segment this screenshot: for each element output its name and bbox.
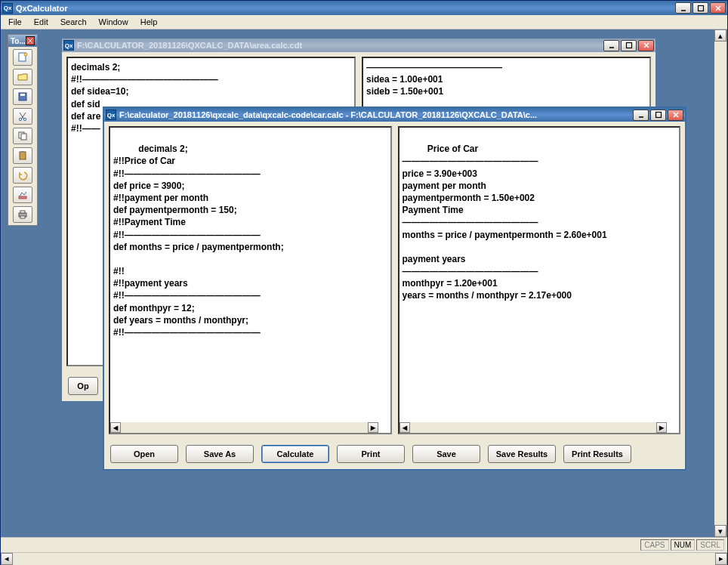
menu-help[interactable]: Help [136, 16, 162, 28]
child1-close-button[interactable] [638, 40, 654, 51]
svg-rect-15 [21, 134, 26, 140]
num-indicator: NUM [671, 539, 696, 551]
maximize-button[interactable] [693, 2, 708, 14]
app-icon: Qx [2, 3, 13, 14]
scroll-right-icon[interactable]: ▸ [715, 553, 727, 565]
menu-search[interactable]: Search [56, 16, 91, 28]
svg-rect-27 [656, 113, 661, 118]
child-window-car: Qx F:\calculator_20181126\qxcalc_data\qx… [103, 107, 686, 471]
child2-minimize-button[interactable] [633, 110, 649, 121]
print-results-button[interactable]: Print Results [563, 445, 631, 463]
child2-title: F:\calculator_20181126\qxcalc_data\qxcal… [119, 110, 633, 119]
main-window: Qx QxCalculator File Edit Search Window … [0, 0, 728, 565]
save-results-button[interactable]: Save Results [488, 445, 556, 463]
scroll-left-icon[interactable]: ◂ [110, 422, 121, 433]
scroll-track[interactable] [714, 42, 726, 525]
tool-cut-icon[interactable] [13, 108, 32, 125]
child1-titlebar[interactable]: Qx F:\CALCULATOR_20181126\QXCALC_DATA\ar… [62, 39, 656, 52]
scroll-right-icon[interactable]: ▸ [656, 422, 667, 433]
doc-icon: Qx [106, 110, 116, 120]
child1-maximize-button[interactable] [621, 40, 637, 51]
child1-minimize-button[interactable] [603, 40, 619, 51]
menubar: File Edit Search Window Help [1, 15, 727, 29]
caps-indicator: CAPS [640, 539, 668, 551]
svg-rect-18 [19, 196, 26, 199]
child2-source-editor[interactable]: decimals 2; #!!Price of Car #!!—————————… [109, 126, 392, 434]
source-text: decimals 2; #!!Price of Car #!!—————————… [113, 144, 284, 338]
tool-paste-icon[interactable] [13, 147, 32, 164]
child1-open-button[interactable]: Op [68, 377, 98, 395]
child2-maximize-button[interactable] [650, 110, 666, 121]
menu-file[interactable]: File [4, 16, 26, 28]
scroll-left-icon[interactable]: ◂ [399, 422, 410, 433]
statusbar: CAPS NUM SCRL [1, 537, 727, 552]
results-text: Price of Car ——————————————— price = 3.9… [403, 144, 607, 301]
svg-rect-1 [698, 5, 703, 11]
scroll-down-icon[interactable]: ▾ [714, 525, 726, 537]
child1-title: F:\CALCULATOR_20181126\QXCALC_DATA\area.… [77, 41, 603, 50]
tool-copy-icon[interactable] [13, 128, 32, 144]
menu-edit[interactable]: Edit [29, 16, 53, 28]
app-title: QxCalculator [16, 4, 675, 13]
save-button[interactable]: Save [412, 445, 480, 463]
tool-save-icon[interactable] [13, 88, 32, 105]
save-as-button[interactable]: Save As [186, 445, 254, 463]
svg-rect-20 [20, 211, 25, 213]
child2-results-pane[interactable]: Price of Car ——————————————— price = 3.9… [398, 126, 681, 434]
calculate-button[interactable]: Calculate [261, 445, 329, 463]
svg-point-7 [24, 53, 27, 56]
toolbox-label: To... [11, 37, 26, 45]
open-button[interactable]: Open [110, 445, 178, 463]
svg-rect-21 [20, 216, 25, 218]
scroll-left-icon[interactable]: ◂ [1, 553, 13, 565]
mdi-area: ▴ ▾ To... Qx [1, 29, 727, 537]
svg-rect-23 [626, 43, 631, 48]
tool-calc-icon[interactable] [13, 187, 32, 203]
minimize-button[interactable] [675, 2, 691, 14]
toolbox-title[interactable]: To... [8, 35, 37, 47]
close-button[interactable] [710, 2, 726, 14]
editor-hscrollbar[interactable]: ◂ ▸ [110, 422, 378, 433]
toolbox-panel: To... [8, 34, 38, 226]
tool-print-icon[interactable] [13, 206, 32, 223]
scrl-indicator: SCRL [696, 539, 724, 551]
tool-undo-icon[interactable] [13, 167, 32, 184]
toolbox-close-icon[interactable] [26, 36, 35, 45]
svg-rect-9 [20, 94, 25, 96]
scroll-track[interactable] [13, 553, 715, 565]
results-hscrollbar[interactable]: ◂ ▸ [399, 422, 668, 433]
print-button[interactable]: Print [337, 445, 405, 463]
scroll-right-icon[interactable]: ▸ [368, 422, 378, 433]
scroll-up-icon[interactable]: ▴ [714, 29, 726, 42]
tool-new-icon[interactable] [13, 49, 32, 66]
doc-icon: Qx [63, 40, 74, 51]
svg-rect-16 [20, 152, 26, 159]
main-titlebar: Qx QxCalculator [1, 1, 727, 15]
menu-window[interactable]: Window [94, 16, 133, 28]
child2-titlebar[interactable]: Qx F:\calculator_20181126\qxcalc_data\qx… [104, 108, 685, 122]
mdi-vertical-scrollbar[interactable]: ▴ ▾ [714, 29, 726, 537]
svg-rect-17 [21, 151, 24, 153]
tool-open-icon[interactable] [13, 69, 32, 85]
child2-close-button[interactable] [668, 110, 683, 121]
main-hscrollbar[interactable]: ◂ ▸ [1, 552, 727, 564]
